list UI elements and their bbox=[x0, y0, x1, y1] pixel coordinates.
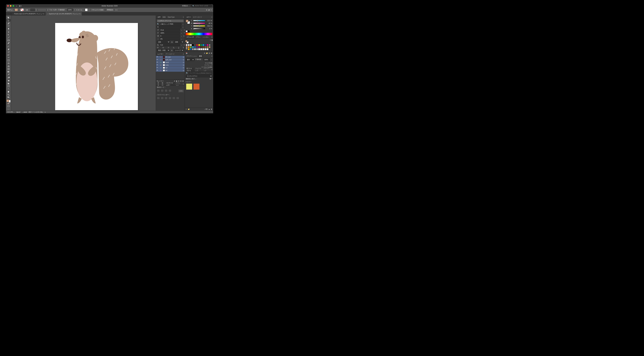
subscript[interactable]: T₁ bbox=[173, 47, 174, 48]
tab-actions[interactable]: アクション bbox=[175, 82, 182, 86]
layer-row[interactable]: 👁|›left_eye bbox=[156, 56, 185, 58]
fill-swatch[interactable] bbox=[14, 8, 18, 11]
lib-color-orange[interactable] bbox=[194, 84, 200, 90]
curvature-tool[interactable] bbox=[6, 30, 11, 33]
slice-tool[interactable] bbox=[6, 88, 11, 90]
white-swatch[interactable] bbox=[186, 30, 188, 32]
stock-search[interactable]: 🔍 Adobe Stock を検索 bbox=[191, 4, 212, 7]
tab-colorguide[interactable]: カラーガイド bbox=[192, 16, 203, 19]
line-tool[interactable] bbox=[6, 36, 11, 39]
trash-icon[interactable]: 🗑 bbox=[211, 108, 212, 110]
home-icon[interactable]: ⌂ bbox=[16, 5, 17, 7]
tab-swatches[interactable]: スウォッチ bbox=[186, 36, 195, 38]
panel-menu-icon[interactable]: ≡ bbox=[182, 82, 185, 86]
lib-search-input[interactable] bbox=[189, 72, 212, 74]
outline-icon[interactable] bbox=[172, 97, 175, 100]
mesh-tool[interactable] bbox=[6, 68, 11, 70]
blend-tool[interactable] bbox=[6, 76, 11, 79]
minus-back-icon[interactable] bbox=[176, 97, 179, 100]
lib-folder-icon[interactable]: 📁 bbox=[188, 108, 190, 110]
merge-icon[interactable] bbox=[164, 97, 168, 100]
arrange-icon[interactable]: ▥ ▾ bbox=[19, 5, 22, 7]
layer-row[interactable]: 👁|›hand bbox=[156, 61, 185, 64]
tab-pathfinder[interactable]: パスファインダー bbox=[165, 82, 175, 86]
hand-tool[interactable] bbox=[6, 90, 11, 93]
auto1-select[interactable]: 自動 bbox=[157, 41, 170, 43]
visibility-icon[interactable]: 👁 bbox=[156, 62, 158, 64]
tab-squirrel[interactable]: ×Squirrel.ai* @ 114.14% (RGB/GPU プレビュー) bbox=[46, 12, 82, 16]
graphic-style[interactable] bbox=[85, 8, 88, 11]
minus-front-icon[interactable] bbox=[161, 89, 164, 92]
touch-type-button[interactable]: ⊹ 文字タッチツール bbox=[157, 20, 184, 22]
swatch-lib-icon[interactable]: 📚 bbox=[186, 52, 188, 54]
new-sublayer-icon[interactable]: ⊕ bbox=[178, 80, 179, 82]
tab-color[interactable]: カラー bbox=[186, 16, 192, 19]
close-tab-icon[interactable]: × bbox=[13, 13, 14, 15]
font-size-input[interactable] bbox=[160, 29, 180, 31]
vscale-input[interactable] bbox=[160, 32, 180, 34]
lib-color-yellow[interactable] bbox=[186, 84, 192, 90]
minimize-window[interactable] bbox=[10, 5, 12, 7]
panel-menu-icon[interactable]: ≡ bbox=[211, 9, 212, 11]
close-window[interactable] bbox=[7, 5, 9, 7]
auto2-select[interactable]: 自動 bbox=[174, 41, 184, 43]
layer-row[interactable]: 👁|›right_eye bbox=[156, 58, 185, 61]
workspace-switcher[interactable]: 初期設定 ⌄ bbox=[182, 5, 190, 7]
font-style-input[interactable] bbox=[157, 26, 182, 28]
visibility-icon[interactable]: 👁 bbox=[156, 64, 158, 66]
artboard[interactable] bbox=[55, 23, 138, 110]
zoom-level[interactable]: 114.14% ⌄ bbox=[7, 111, 14, 113]
cloud-icon[interactable]: ☁ bbox=[208, 108, 210, 110]
grid-view-icon[interactable]: ▦ bbox=[212, 39, 213, 44]
panel-menu-icon[interactable]: ≡ bbox=[182, 52, 185, 56]
graph-tool[interactable] bbox=[6, 82, 11, 84]
paintbrush-tool[interactable] bbox=[6, 42, 11, 44]
clip-icon[interactable]: ▣ bbox=[176, 80, 177, 82]
canvas[interactable] bbox=[11, 16, 156, 110]
panel-menu-icon[interactable]: ≡ bbox=[182, 16, 185, 19]
stroke-swatch[interactable] bbox=[20, 8, 24, 11]
layer-row[interactable]: 👁|›body bbox=[156, 64, 185, 66]
grid-icon[interactable]: ▦ bbox=[210, 78, 211, 80]
tt-caps[interactable]: TT bbox=[157, 47, 158, 48]
list-icon[interactable]: ≡ bbox=[212, 78, 212, 80]
tab-character[interactable]: 文字 bbox=[156, 16, 162, 19]
lasso-tool[interactable] bbox=[6, 25, 11, 28]
gradient-tool[interactable] bbox=[6, 70, 11, 73]
tab-appearance[interactable]: アピアランス bbox=[194, 68, 202, 71]
intersect-icon[interactable] bbox=[164, 89, 168, 92]
visibility-icon[interactable]: 👁 bbox=[156, 67, 158, 69]
align-icon[interactable]: ⊩▾ bbox=[115, 9, 117, 11]
toggle-fill-stroke[interactable] bbox=[6, 96, 11, 98]
add-content-icon[interactable]: + bbox=[186, 108, 187, 110]
free-transform-tool[interactable] bbox=[6, 59, 11, 62]
rectangle-tool[interactable] bbox=[6, 39, 11, 42]
close-tab-icon[interactable]: × bbox=[47, 13, 48, 15]
eyedropper-tool[interactable] bbox=[6, 73, 11, 76]
direct-selection-tool[interactable] bbox=[6, 19, 11, 22]
list-view-icon[interactable]: ≡ bbox=[210, 39, 211, 44]
rotate-tool[interactable] bbox=[6, 50, 11, 53]
tab-transform[interactable]: 変形 bbox=[156, 82, 161, 86]
unite-icon[interactable] bbox=[157, 89, 160, 92]
eraser-tool[interactable] bbox=[6, 48, 11, 50]
tab-symbols[interactable]: シンボル bbox=[202, 36, 210, 38]
exclude-icon[interactable] bbox=[168, 89, 172, 92]
type-tool[interactable]: T bbox=[6, 33, 11, 36]
screen-mode[interactable] bbox=[6, 105, 11, 108]
brush-preset[interactable]: • 3 pt. 丸筆 ▾ bbox=[49, 9, 57, 11]
underline[interactable]: T bbox=[178, 47, 179, 48]
layout-icon[interactable]: ⊞ bbox=[206, 9, 207, 11]
opacity-input[interactable] bbox=[67, 8, 73, 11]
tt-small[interactable]: Tт bbox=[162, 47, 164, 48]
color-mode-icons[interactable] bbox=[6, 102, 11, 105]
perspective-tool[interactable] bbox=[6, 65, 11, 68]
new-layer-icon[interactable]: ⊞ bbox=[180, 80, 182, 82]
stroke-profile[interactable] bbox=[38, 8, 46, 11]
width-tool[interactable] bbox=[6, 56, 11, 59]
strike[interactable]: Ŧ bbox=[183, 47, 184, 48]
shape-builder-tool[interactable] bbox=[6, 62, 11, 64]
aki-input[interactable] bbox=[160, 44, 180, 46]
tab-gradient[interactable]: グラデーション bbox=[186, 54, 198, 58]
edit-toolbar[interactable]: ⋯ bbox=[6, 108, 11, 110]
